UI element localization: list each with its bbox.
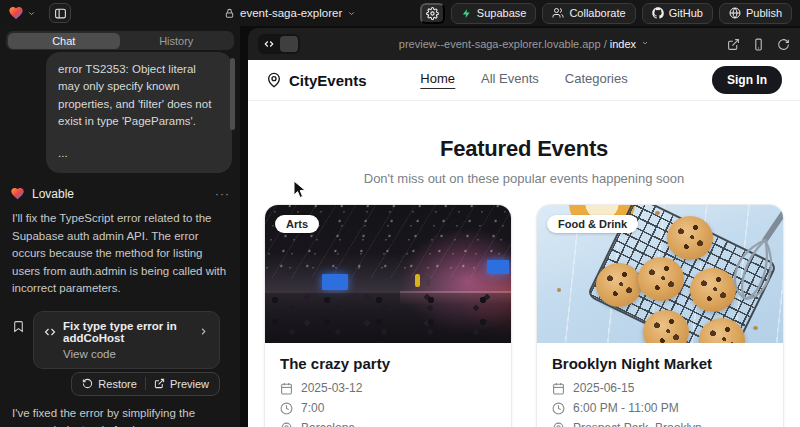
nav-link-all-events[interactable]: All Events bbox=[481, 71, 539, 89]
category-badge: Arts bbox=[275, 215, 319, 233]
featured-events-heading: Featured Events bbox=[248, 136, 800, 162]
restore-icon bbox=[82, 378, 93, 389]
collaborate-button[interactable]: Collaborate bbox=[542, 3, 635, 24]
event-image-cookies: Food & Drink bbox=[537, 205, 783, 343]
site-brand[interactable]: CityEvents bbox=[266, 72, 367, 89]
chat-panel: Chat History error TS2353: Object litera… bbox=[0, 26, 240, 427]
sidebar-toggle-button[interactable] bbox=[49, 3, 71, 23]
rendered-site: CityEvents Home All Events Categories Si… bbox=[248, 60, 800, 427]
clock-icon bbox=[280, 402, 293, 415]
code-view-toggle[interactable] bbox=[258, 34, 300, 54]
refresh-icon[interactable] bbox=[777, 38, 790, 51]
calendar-icon bbox=[280, 382, 293, 395]
external-link-icon bbox=[154, 378, 165, 389]
code-icon bbox=[44, 326, 56, 338]
supabase-button[interactable]: Supabase bbox=[451, 3, 537, 24]
chevron-right-icon bbox=[198, 326, 209, 337]
code-change-card[interactable]: Fix type type error in addCoHost View co… bbox=[33, 311, 220, 369]
globe-icon bbox=[729, 7, 741, 19]
event-date-row: 2025-06-15 bbox=[552, 381, 768, 395]
lock-icon bbox=[224, 8, 235, 19]
chat-scrollbar[interactable] bbox=[230, 58, 235, 130]
publish-button[interactable]: Publish bbox=[719, 3, 792, 24]
event-title: The crazy party bbox=[280, 355, 496, 372]
users-icon bbox=[552, 7, 564, 19]
message-truncation-dots: ... bbox=[58, 145, 220, 162]
settings-button[interactable] bbox=[420, 3, 445, 24]
mobile-view-icon[interactable] bbox=[752, 38, 765, 51]
event-image-party: Arts bbox=[265, 205, 511, 343]
assistant-name: Lovable bbox=[32, 187, 74, 201]
map-pin-icon bbox=[280, 422, 293, 427]
github-button[interactable]: GitHub bbox=[642, 3, 713, 24]
event-time-row: 7:00 bbox=[280, 401, 496, 415]
clock-icon bbox=[552, 402, 565, 415]
sign-in-button[interactable]: Sign In bbox=[712, 66, 782, 94]
assistant-paragraph: I'll fix the TypeScript error related to… bbox=[12, 210, 228, 297]
supabase-bolt-icon bbox=[461, 8, 472, 19]
preview-button[interactable]: Preview bbox=[146, 378, 217, 390]
assistant-paragraph-2: I've fixed the error by simplifying the … bbox=[12, 405, 228, 427]
assistant-header: Lovable ··· bbox=[10, 186, 230, 201]
event-card-brooklyn-market[interactable]: Food & Drink Brooklyn Night Market 2025-… bbox=[536, 204, 784, 427]
event-location-row: Prospect Park, Brooklyn bbox=[552, 421, 768, 427]
event-location-row: Barcelona bbox=[280, 421, 496, 427]
open-in-new-tab-icon[interactable] bbox=[727, 38, 740, 51]
lovable-logo-icon[interactable] bbox=[8, 5, 24, 21]
chevron-down-icon bbox=[641, 39, 649, 47]
featured-events-subheading: Don't miss out on these popular events h… bbox=[248, 171, 800, 186]
ellipsis-menu-icon[interactable]: ··· bbox=[215, 187, 230, 201]
chat-history-tabs: Chat History bbox=[6, 31, 234, 50]
user-message-text: error TS2353: Object literal may only sp… bbox=[58, 61, 220, 130]
lovable-heart-icon bbox=[10, 186, 25, 201]
site-navbar: CityEvents Home All Events Categories Si… bbox=[248, 60, 800, 101]
preview-url[interactable]: preview--event-saga-explorer.lovable.app… bbox=[248, 38, 800, 50]
toggle-knob bbox=[280, 36, 298, 52]
calendar-icon bbox=[552, 382, 565, 395]
tab-chat[interactable]: Chat bbox=[8, 33, 121, 49]
event-time-row: 6:00 PM - 11:00 PM bbox=[552, 401, 768, 415]
event-date-row: 2025-03-12 bbox=[280, 381, 496, 395]
map-pin-icon bbox=[552, 422, 565, 427]
category-badge: Food & Drink bbox=[547, 215, 638, 233]
code-card-title: Fix type type error in addCoHost bbox=[63, 320, 191, 344]
restore-button[interactable]: Restore bbox=[74, 378, 145, 390]
restore-preview-toolbar: Restore Preview bbox=[71, 372, 220, 396]
nav-link-home[interactable]: Home bbox=[420, 71, 455, 89]
code-icon bbox=[260, 36, 278, 52]
event-card-crazy-party[interactable]: Arts The crazy party 2025-03-12 bbox=[264, 204, 512, 427]
user-message-bubble: error TS2353: Object literal may only sp… bbox=[46, 52, 232, 173]
gear-icon bbox=[426, 7, 439, 20]
map-pin-icon bbox=[266, 72, 282, 88]
preview-panel: preview--event-saga-explorer.lovable.app… bbox=[248, 28, 800, 427]
nav-link-categories[interactable]: Categories bbox=[565, 71, 628, 89]
project-name: event-saga-explorer bbox=[240, 7, 342, 19]
app-topbar: event-saga-explorer Supabase bbox=[0, 0, 800, 26]
view-code-link[interactable]: View code bbox=[63, 348, 209, 360]
chevron-down-icon bbox=[347, 9, 356, 18]
project-title[interactable]: event-saga-explorer bbox=[224, 0, 356, 26]
chevron-down-icon[interactable] bbox=[27, 9, 36, 18]
github-icon bbox=[652, 7, 664, 19]
event-title: Brooklyn Night Market bbox=[552, 355, 768, 372]
tab-history[interactable]: History bbox=[120, 33, 233, 49]
bookmark-icon[interactable] bbox=[12, 320, 25, 333]
preview-browser-bar: preview--event-saga-explorer.lovable.app… bbox=[248, 28, 800, 60]
